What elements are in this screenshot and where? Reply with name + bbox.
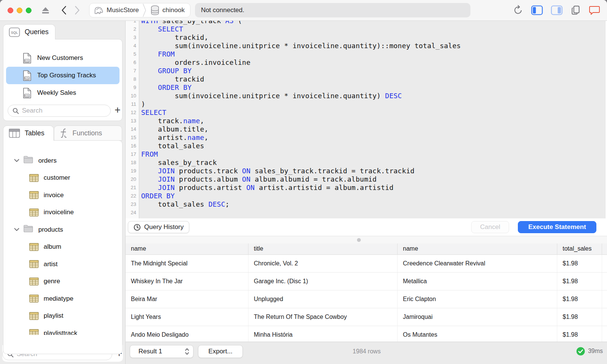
line-number: 13 <box>126 117 136 125</box>
tree-table-row[interactable]: invoiceline <box>3 204 122 221</box>
tab-queries[interactable]: SQL Queries <box>3 24 55 39</box>
table-cell[interactable]: Whiskey In The Jar <box>126 273 248 290</box>
code-line[interactable]: FROM <box>141 150 607 158</box>
tree-table-row[interactable]: genre <box>3 273 122 290</box>
code-line[interactable]: SELECT <box>141 25 607 33</box>
result-selector[interactable]: Result 1 <box>130 345 193 358</box>
back-icon[interactable] <box>61 6 66 15</box>
code-line[interactable]: ORDER BY <box>141 192 607 200</box>
table-cell[interactable]: $1.98 <box>557 308 602 326</box>
export-button[interactable]: Export... <box>198 345 243 358</box>
queries-search[interactable] <box>8 105 111 117</box>
tab-tables[interactable]: Tables <box>3 126 54 141</box>
tree-table-row[interactable]: playlist <box>3 308 122 325</box>
table-cell[interactable]: $1.98 <box>557 290 602 308</box>
code-line[interactable]: artist.name, <box>141 133 607 142</box>
editor-scrollbar-track[interactable] <box>605 21 607 218</box>
tree-schema-row[interactable]: orders <box>3 152 122 169</box>
queries-search-input[interactable] <box>22 107 106 115</box>
table-cell[interactable]: Minha História <box>248 326 398 342</box>
code-line[interactable]: FROM <box>141 50 607 58</box>
column-header[interactable]: name <box>398 243 557 254</box>
query-item[interactable]: SQLNew Customers <box>6 49 120 67</box>
code-line[interactable]: album.title, <box>141 125 607 133</box>
results-rows: The Midnight SpecialChronicle, Vol. 2Cre… <box>126 255 607 342</box>
chat-icon[interactable] <box>589 5 600 16</box>
breadcrumb-connection[interactable]: MusicStore <box>93 5 139 15</box>
table-cell[interactable]: Beira Mar <box>126 290 248 308</box>
execute-statement-button[interactable]: Execute Statement <box>518 221 596 233</box>
editor-code[interactable]: WITH sales_by_track AS ( SELECT trackid,… <box>139 21 607 218</box>
tree-table-row[interactable]: artist <box>3 256 122 273</box>
query-item[interactable]: SQLWeekly Sales <box>6 84 120 102</box>
table-cell[interactable]: The Return Of The Space Cowboy <box>248 308 398 326</box>
sql-badge-icon: SQL <box>9 27 20 37</box>
line-number: 4 <box>126 42 136 50</box>
code-line[interactable]: WITH sales_by_track AS ( <box>141 21 607 25</box>
code-line[interactable]: total_sales <box>141 142 607 150</box>
line-number: 3 <box>126 33 136 42</box>
forward-icon[interactable] <box>75 6 80 15</box>
code-line[interactable]: trackid, <box>141 33 607 42</box>
table-cell[interactable]: $1.98 <box>557 326 602 342</box>
table-cell[interactable]: The Midnight Special <box>126 255 248 272</box>
table-cell[interactable]: Garage Inc. (Disc 1) <box>248 273 398 290</box>
column-header[interactable]: title <box>248 243 398 254</box>
table-cell[interactable]: Light Years <box>126 308 248 326</box>
tab-functions[interactable]: Functions <box>54 126 122 141</box>
sql-editor[interactable]: 123456789101112131415161718192021222324 … <box>126 21 607 218</box>
code-line[interactable]: JOIN products.track ON sales_by_track.tr… <box>141 167 607 175</box>
tree-schema-row[interactable]: products <box>3 221 122 238</box>
code-line[interactable]: ORDER BY <box>141 83 607 92</box>
close-button[interactable] <box>8 8 13 13</box>
table-cell[interactable]: Jamiroquai <box>398 308 557 326</box>
table-cell[interactable]: Ando Meio Desligado <box>126 326 248 342</box>
column-header[interactable]: total_sales <box>557 243 602 254</box>
column-header[interactable]: name <box>126 243 248 254</box>
tree-table-row[interactable]: customer <box>3 169 122 187</box>
success-check-icon <box>576 347 585 356</box>
code-line[interactable]: ) <box>141 100 607 108</box>
chevron-down-icon[interactable] <box>14 228 19 231</box>
table-cell[interactable]: Os Mutantes <box>398 326 557 342</box>
panel-right-icon[interactable] <box>551 5 563 15</box>
code-line[interactable]: orders.invoiceline <box>141 58 607 67</box>
code-line[interactable]: track.name, <box>141 117 607 125</box>
tree-table-row[interactable]: mediatype <box>3 290 122 308</box>
table-cell[interactable]: Creedence Clearwater Revival <box>398 255 557 272</box>
cancel-button[interactable]: Cancel <box>471 221 509 233</box>
table-cell[interactable]: $1.98 <box>557 255 602 272</box>
query-history-button[interactable]: Query History <box>128 221 189 233</box>
table-cell[interactable]: Eric Clapton <box>398 290 557 308</box>
breadcrumb-database[interactable]: chinook <box>150 5 185 16</box>
refresh-icon[interactable] <box>513 5 523 16</box>
code-line[interactable]: JOIN products.artist ON artist.artistid … <box>141 184 607 192</box>
code-line[interactable]: sum(invoiceline.unitprice * invoiceline.… <box>141 42 607 50</box>
code-line[interactable] <box>141 209 607 217</box>
table-cell[interactable]: Metallica <box>398 273 557 290</box>
table-cell[interactable]: $1.98 <box>557 273 602 290</box>
splitter-handle-icon[interactable] <box>357 238 361 242</box>
code-line[interactable]: SELECT <box>141 108 607 117</box>
code-line[interactable]: total_sales DESC; <box>141 200 607 209</box>
chevron-down-icon[interactable] <box>14 159 19 162</box>
windows-icon[interactable] <box>571 5 581 16</box>
sql-document-icon: SQL <box>23 70 31 81</box>
tree-table-row[interactable]: album <box>3 238 122 256</box>
query-item[interactable]: SQLTop Grossing Tracks <box>6 67 120 84</box>
add-query-button[interactable]: + <box>115 105 121 117</box>
minimize-button[interactable] <box>17 8 22 13</box>
code-line[interactable]: sum(invoiceline.unitprice * invoiceline.… <box>141 92 607 100</box>
eject-icon[interactable] <box>41 6 50 14</box>
code-line[interactable]: GROUP BY <box>141 67 607 75</box>
table-cell[interactable]: Chronicle, Vol. 2 <box>248 255 398 272</box>
tree-table-row[interactable]: invoice <box>3 187 122 204</box>
zoom-button[interactable] <box>26 8 31 13</box>
code-line[interactable]: JOIN products.album ON album.albumid = t… <box>141 175 607 184</box>
results-splitter[interactable] <box>126 236 607 243</box>
code-line[interactable]: trackid <box>141 75 607 83</box>
panel-left-icon[interactable] <box>531 5 543 15</box>
tree-table-row[interactable]: playlisttrack <box>3 325 122 335</box>
code-line[interactable]: sales_by_track <box>141 158 607 167</box>
table-cell[interactable]: Unplugged <box>248 290 398 308</box>
